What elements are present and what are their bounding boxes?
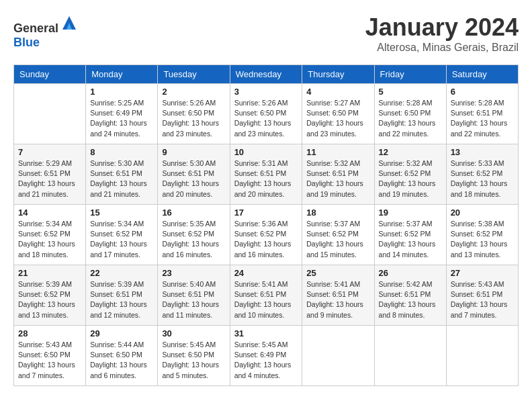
day-info: Sunrise: 5:33 AMSunset: 6:52 PMDaylight:…: [451, 158, 514, 199]
day-info: Sunrise: 5:32 AMSunset: 6:51 PMDaylight:…: [306, 158, 369, 199]
column-header-friday: Friday: [374, 65, 446, 84]
day-info: Sunrise: 5:34 AMSunset: 6:52 PMDaylight:…: [18, 219, 81, 260]
day-info: Sunrise: 5:25 AMSunset: 6:49 PMDaylight:…: [90, 98, 153, 139]
calendar-cell: 27Sunrise: 5:43 AMSunset: 6:51 PMDayligh…: [446, 265, 518, 326]
column-header-monday: Monday: [86, 65, 158, 84]
calendar-cell: [14, 84, 86, 144]
calendar-cell: 11Sunrise: 5:32 AMSunset: 6:51 PMDayligh…: [302, 144, 374, 205]
calendar-cell: 29Sunrise: 5:44 AMSunset: 6:50 PMDayligh…: [86, 326, 158, 386]
day-info: Sunrise: 5:34 AMSunset: 6:52 PMDaylight:…: [90, 219, 153, 260]
day-info: Sunrise: 5:41 AMSunset: 6:51 PMDaylight:…: [234, 279, 298, 320]
calendar-week-row: 21Sunrise: 5:39 AMSunset: 6:52 PMDayligh…: [14, 265, 519, 326]
day-number: 5: [379, 87, 442, 97]
calendar-cell: 17Sunrise: 5:36 AMSunset: 6:52 PMDayligh…: [230, 205, 302, 265]
column-header-saturday: Saturday: [446, 65, 518, 84]
calendar-cell: 19Sunrise: 5:37 AMSunset: 6:52 PMDayligh…: [374, 205, 446, 265]
column-header-thursday: Thursday: [302, 65, 374, 84]
calendar-cell: 9Sunrise: 5:30 AMSunset: 6:51 PMDaylight…: [158, 144, 230, 205]
day-info: Sunrise: 5:39 AMSunset: 6:52 PMDaylight:…: [18, 279, 81, 320]
calendar-cell: 31Sunrise: 5:45 AMSunset: 6:49 PMDayligh…: [230, 326, 302, 386]
calendar-week-row: 1Sunrise: 5:25 AMSunset: 6:49 PMDaylight…: [14, 84, 519, 144]
column-header-tuesday: Tuesday: [158, 65, 230, 84]
logo-icon: [60, 13, 79, 32]
day-number: 19: [379, 208, 442, 218]
calendar-cell: 7Sunrise: 5:29 AMSunset: 6:51 PMDaylight…: [14, 144, 86, 205]
calendar-week-row: 28Sunrise: 5:43 AMSunset: 6:50 PMDayligh…: [14, 326, 519, 386]
calendar-cell: 23Sunrise: 5:40 AMSunset: 6:51 PMDayligh…: [158, 265, 230, 326]
calendar-cell: 13Sunrise: 5:33 AMSunset: 6:52 PMDayligh…: [446, 144, 518, 205]
calendar-cell: 16Sunrise: 5:35 AMSunset: 6:52 PMDayligh…: [158, 205, 230, 265]
calendar-cell: 1Sunrise: 5:25 AMSunset: 6:49 PMDaylight…: [86, 84, 158, 144]
title-area: January 2024 Alterosa, Minas Gerais, Bra…: [365, 13, 519, 54]
day-info: Sunrise: 5:29 AMSunset: 6:51 PMDaylight:…: [18, 158, 81, 199]
calendar-week-row: 14Sunrise: 5:34 AMSunset: 6:52 PMDayligh…: [14, 205, 519, 265]
day-info: Sunrise: 5:45 AMSunset: 6:49 PMDaylight:…: [234, 340, 298, 381]
month-year-title: January 2024: [365, 13, 519, 42]
day-info: Sunrise: 5:30 AMSunset: 6:51 PMDaylight:…: [90, 158, 153, 199]
day-number: 29: [90, 328, 153, 338]
day-info: Sunrise: 5:31 AMSunset: 6:51 PMDaylight:…: [234, 158, 298, 199]
calendar-table: SundayMondayTuesdayWednesdayThursdayFrid…: [13, 64, 519, 386]
calendar-cell: 3Sunrise: 5:26 AMSunset: 6:50 PMDaylight…: [230, 84, 302, 144]
calendar-cell: 25Sunrise: 5:41 AMSunset: 6:51 PMDayligh…: [302, 265, 374, 326]
day-info: Sunrise: 5:45 AMSunset: 6:50 PMDaylight:…: [162, 340, 225, 381]
calendar-cell: 6Sunrise: 5:28 AMSunset: 6:51 PMDaylight…: [446, 84, 518, 144]
day-info: Sunrise: 5:28 AMSunset: 6:50 PMDaylight:…: [379, 98, 442, 139]
day-number: 27: [451, 268, 514, 278]
calendar-cell: 21Sunrise: 5:39 AMSunset: 6:52 PMDayligh…: [14, 265, 86, 326]
day-info: Sunrise: 5:35 AMSunset: 6:52 PMDaylight:…: [162, 219, 225, 260]
day-info: Sunrise: 5:30 AMSunset: 6:51 PMDaylight:…: [162, 158, 225, 199]
day-info: Sunrise: 5:32 AMSunset: 6:52 PMDaylight:…: [379, 158, 442, 199]
day-number: 1: [90, 87, 153, 97]
calendar-cell: 12Sunrise: 5:32 AMSunset: 6:52 PMDayligh…: [374, 144, 446, 205]
day-number: 31: [234, 328, 298, 338]
calendar-cell: [446, 326, 518, 386]
day-info: Sunrise: 5:44 AMSunset: 6:50 PMDaylight:…: [90, 340, 153, 381]
calendar-cell: 14Sunrise: 5:34 AMSunset: 6:52 PMDayligh…: [14, 205, 86, 265]
day-number: 23: [162, 268, 225, 278]
day-info: Sunrise: 5:26 AMSunset: 6:50 PMDaylight:…: [162, 98, 225, 139]
day-info: Sunrise: 5:42 AMSunset: 6:51 PMDaylight:…: [379, 279, 442, 320]
day-number: 28: [18, 328, 81, 338]
day-number: 20: [451, 208, 514, 218]
day-number: 17: [234, 208, 298, 218]
day-number: 25: [306, 268, 369, 278]
day-number: 6: [451, 87, 514, 97]
column-header-sunday: Sunday: [14, 65, 86, 84]
calendar-cell: 30Sunrise: 5:45 AMSunset: 6:50 PMDayligh…: [158, 326, 230, 386]
day-number: 8: [90, 147, 153, 157]
calendar-cell: 20Sunrise: 5:38 AMSunset: 6:52 PMDayligh…: [446, 205, 518, 265]
calendar-cell: 15Sunrise: 5:34 AMSunset: 6:52 PMDayligh…: [86, 205, 158, 265]
calendar-cell: [302, 326, 374, 386]
calendar-cell: 8Sunrise: 5:30 AMSunset: 6:51 PMDaylight…: [86, 144, 158, 205]
day-info: Sunrise: 5:38 AMSunset: 6:52 PMDaylight:…: [451, 219, 514, 260]
day-info: Sunrise: 5:37 AMSunset: 6:52 PMDaylight:…: [306, 219, 369, 260]
day-number: 21: [18, 268, 81, 278]
day-info: Sunrise: 5:27 AMSunset: 6:50 PMDaylight:…: [306, 98, 369, 139]
day-number: 16: [162, 208, 225, 218]
day-number: 14: [18, 208, 81, 218]
calendar-cell: 10Sunrise: 5:31 AMSunset: 6:51 PMDayligh…: [230, 144, 302, 205]
calendar-cell: 5Sunrise: 5:28 AMSunset: 6:50 PMDaylight…: [374, 84, 446, 144]
day-number: 7: [18, 147, 81, 157]
day-number: 15: [90, 208, 153, 218]
day-info: Sunrise: 5:36 AMSunset: 6:52 PMDaylight:…: [234, 219, 298, 260]
day-number: 11: [306, 147, 369, 157]
logo: General Blue: [13, 13, 79, 50]
day-number: 12: [379, 147, 442, 157]
calendar-cell: [374, 326, 446, 386]
calendar-cell: 22Sunrise: 5:39 AMSunset: 6:51 PMDayligh…: [86, 265, 158, 326]
day-number: 13: [451, 147, 514, 157]
calendar-header-row: SundayMondayTuesdayWednesdayThursdayFrid…: [14, 65, 519, 84]
location-subtitle: Alterosa, Minas Gerais, Brazil: [365, 42, 519, 54]
day-number: 3: [234, 87, 298, 97]
logo-blue: Blue: [13, 36, 40, 49]
calendar-cell: 26Sunrise: 5:42 AMSunset: 6:51 PMDayligh…: [374, 265, 446, 326]
day-info: Sunrise: 5:40 AMSunset: 6:51 PMDaylight:…: [162, 279, 225, 320]
day-number: 30: [162, 328, 225, 338]
day-info: Sunrise: 5:28 AMSunset: 6:51 PMDaylight:…: [451, 98, 514, 139]
day-number: 4: [306, 87, 369, 97]
day-info: Sunrise: 5:41 AMSunset: 6:51 PMDaylight:…: [306, 279, 369, 320]
day-info: Sunrise: 5:43 AMSunset: 6:51 PMDaylight:…: [451, 279, 514, 320]
day-number: 10: [234, 147, 298, 157]
